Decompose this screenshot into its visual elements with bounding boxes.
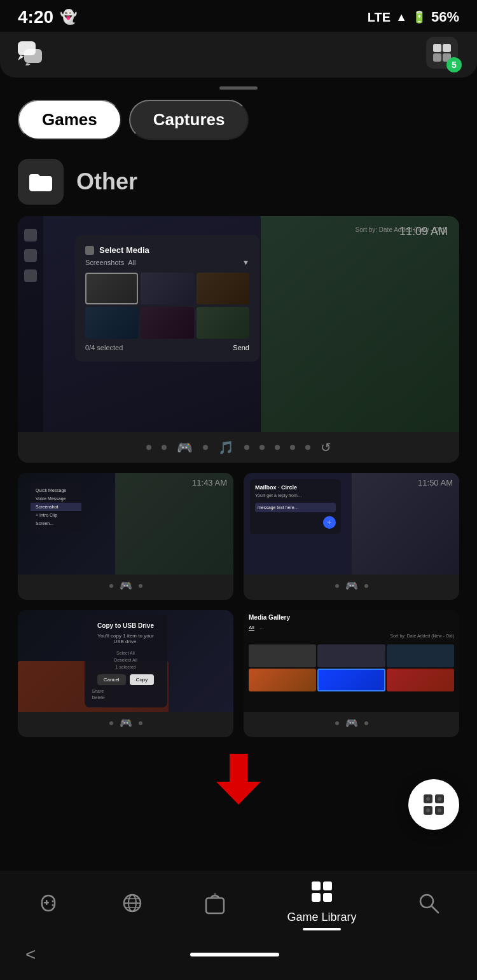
- small-card-3[interactable]: Copy to USB Drive You'll copy 1 item to …: [18, 610, 233, 737]
- red-arrow-indicator: [216, 754, 261, 805]
- gallery-thumb-selected: [317, 669, 385, 691]
- context-item-screenshot: Screenshot: [31, 503, 81, 511]
- status-right: LTE ▲ 🔋 56%: [368, 9, 459, 25]
- svg-point-13: [438, 797, 441, 801]
- status-time: 4:20: [18, 7, 53, 27]
- nav-item-library[interactable]: Game Library: [277, 878, 366, 933]
- small-card-3-footer: 🎮: [18, 712, 233, 734]
- battery-icon: 🔋: [412, 10, 426, 24]
- svg-rect-6: [433, 53, 441, 62]
- gallery-header: Media Gallery: [244, 610, 459, 625]
- arrow-area: [18, 747, 459, 811]
- nav-items: Game Library: [0, 878, 477, 933]
- small-card-2-footer: 🎮: [244, 575, 459, 597]
- signal-icon: ▲: [396, 11, 407, 24]
- notification-badge: 5: [446, 57, 462, 72]
- status-left: 4:20 👻: [18, 7, 77, 27]
- svg-point-32: [420, 895, 433, 908]
- grid-row-2: Copy to USB Drive You'll copy 1 item to …: [18, 610, 459, 737]
- gallery-thumb-orange: [249, 669, 316, 691]
- svg-point-15: [438, 808, 441, 812]
- select-media-popup: Select Media Screenshots All ▼: [75, 235, 259, 362]
- small-card-1[interactable]: Quick Message Voice Message Screenshot +…: [18, 473, 233, 600]
- svg-rect-30: [312, 893, 321, 902]
- notifications-button[interactable]: 5: [426, 37, 459, 70]
- back-button[interactable]: <: [25, 944, 36, 965]
- large-card[interactable]: Select Media Screenshots All ▼: [18, 216, 459, 463]
- grid-row-1: Quick Message Voice Message Screenshot +…: [18, 473, 459, 600]
- category-header: Other: [0, 153, 477, 216]
- svg-point-27: [214, 893, 216, 895]
- home-pill[interactable]: [190, 953, 279, 956]
- small-card-2-bg: Mailbox · Circle You'll get a reply from…: [244, 473, 459, 575]
- svg-point-14: [426, 808, 430, 812]
- context-item: Screen...: [31, 519, 81, 527]
- folder-icon: [18, 159, 64, 205]
- svg-rect-26: [206, 898, 224, 913]
- small-card-1-inner: Quick Message Voice Message Screenshot +…: [18, 473, 233, 575]
- select-fab[interactable]: [408, 779, 459, 830]
- lte-icon: LTE: [368, 10, 391, 25]
- game-thumbnail: [261, 216, 459, 432]
- small-card-4[interactable]: Media Gallery All ... Sort by: Date Adde…: [244, 610, 459, 737]
- svg-line-33: [432, 906, 438, 913]
- store-icon: [205, 892, 225, 920]
- svg-marker-2: [18, 55, 24, 60]
- cancel-btn: Cancel: [97, 674, 126, 685]
- library-label: Game Library: [287, 911, 356, 924]
- tab-games[interactable]: Games: [18, 100, 121, 140]
- context-item: + Intro Clip: [31, 511, 81, 519]
- small-card-3-inner: Copy to USB Drive You'll copy 1 item to …: [18, 610, 233, 712]
- svg-point-12: [426, 797, 430, 801]
- active-indicator: [303, 928, 341, 930]
- popup-title: Select Media: [85, 245, 249, 255]
- popup-footer: 0/4 selected Send: [85, 344, 249, 351]
- svg-rect-28: [312, 881, 321, 890]
- large-card-screenshot: Select Media Screenshots All ▼: [18, 216, 459, 432]
- ps5-sidebar: [18, 216, 43, 432]
- small-card-1-timestamp: 11:43 AM: [192, 478, 227, 487]
- bottom-nav: Game Library <: [0, 871, 477, 980]
- small-card-4-footer: 🎮: [244, 712, 459, 734]
- category-label: Other: [76, 168, 137, 195]
- drag-handle: [219, 86, 258, 90]
- gallery-thumb-red: [387, 669, 454, 691]
- home-indicator: <: [0, 933, 477, 975]
- red-arrow-shape: [216, 754, 261, 805]
- nav-item-social[interactable]: [111, 890, 153, 922]
- status-bar: 4:20 👻 LTE ▲ 🔋 56%: [0, 0, 477, 32]
- small-card-1-footer: 🎮: [18, 575, 233, 597]
- battery-level: 56%: [431, 9, 459, 25]
- media-gallery-ui: Media Gallery All ... Sort by: Date Adde…: [244, 610, 459, 712]
- chat-button[interactable]: [18, 39, 51, 68]
- small-card-2-inner: Mailbox · Circle You'll get a reply from…: [244, 473, 459, 575]
- nav-item-search[interactable]: [408, 890, 450, 922]
- svg-rect-5: [443, 44, 451, 52]
- small-card-2-timestamp: 11:50 AM: [418, 478, 453, 487]
- svg-rect-4: [433, 44, 441, 52]
- svg-point-19: [52, 901, 54, 902]
- copy-btn: Copy: [130, 674, 155, 685]
- nav-item-store[interactable]: [195, 889, 235, 922]
- library-icon: [310, 880, 333, 908]
- context-menu-1: Quick Message Voice Message Screenshot +…: [31, 482, 81, 531]
- gamepad-icon: [37, 894, 60, 917]
- tab-bar: Games Captures: [0, 100, 477, 153]
- svg-marker-3: [24, 63, 31, 65]
- small-card-3-bg: Copy to USB Drive You'll copy 1 item to …: [18, 610, 233, 712]
- svg-rect-31: [323, 893, 332, 902]
- search-icon: [418, 892, 439, 919]
- small-card-4-inner: Media Gallery All ... Sort by: Date Adde…: [244, 610, 459, 712]
- chat-panel: Mailbox · Circle You'll get a reply from…: [250, 479, 341, 534]
- popup-grid: [85, 273, 249, 339]
- nav-item-gamepad[interactable]: [27, 891, 70, 920]
- svg-rect-29: [323, 881, 332, 890]
- gallery-grid: [244, 642, 459, 694]
- svg-point-20: [52, 904, 54, 906]
- svg-rect-18: [46, 900, 48, 905]
- card-toolbar: 🎮 🎵 ↺: [18, 432, 459, 463]
- chat-bg: [352, 473, 460, 575]
- small-card-2[interactable]: Mailbox · Circle You'll get a reply from…: [244, 473, 459, 600]
- tab-captures[interactable]: Captures: [129, 100, 249, 140]
- copy-dialog: Copy to USB Drive You'll copy 1 item to …: [85, 615, 167, 707]
